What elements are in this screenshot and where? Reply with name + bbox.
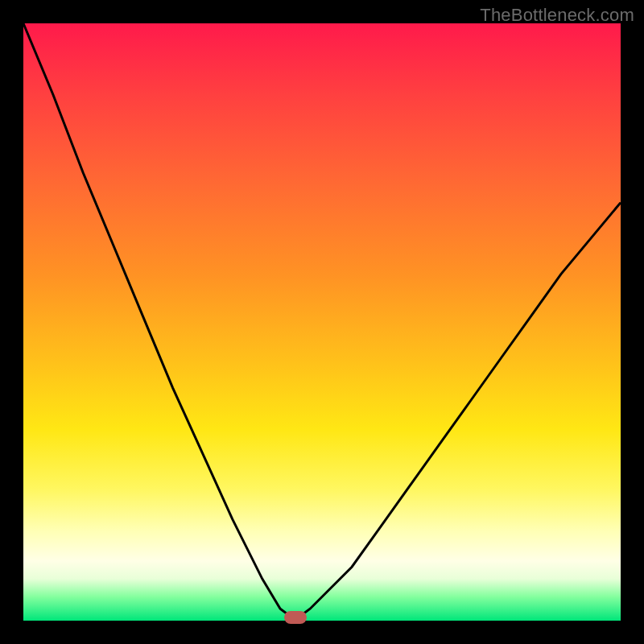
watermark-text: TheBottleneck.com (480, 5, 634, 26)
bottleneck-curve (23, 23, 621, 617)
chart-frame: TheBottleneck.com (0, 0, 644, 644)
optimum-marker (284, 611, 307, 624)
plot-area (23, 23, 621, 621)
curve-layer (23, 23, 621, 621)
